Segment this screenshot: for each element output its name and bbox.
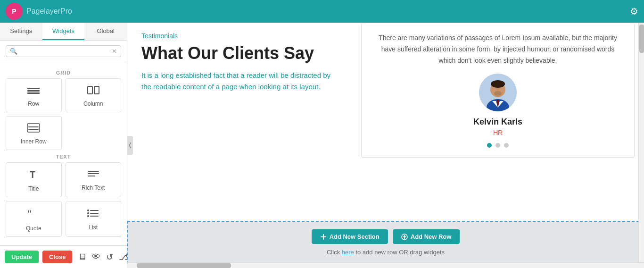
svg-rect-3	[27, 90, 40, 92]
testimonial-dots	[376, 143, 620, 148]
history-icon[interactable]: ↺	[106, 252, 113, 262]
testimonial-body: There are many variations of passages of…	[376, 33, 620, 66]
desktop-icon[interactable]: 🖥	[78, 252, 86, 262]
gear-icon[interactable]: ⚙	[630, 6, 638, 17]
widget-rich-text[interactable]: Rich Text	[66, 162, 122, 197]
canvas-content: Testimonials What Our Clients Say It is …	[127, 23, 644, 262]
testimonials-left: Testimonials What Our Clients Say It is …	[127, 23, 360, 102]
testimonials-subtext: It is a long established fact that a rea…	[141, 70, 339, 92]
list-label: List	[89, 224, 98, 231]
add-buttons-row: Add New Section Add New Row	[312, 229, 460, 244]
inner-row-icon	[27, 123, 40, 135]
widget-row[interactable]: Row	[6, 78, 62, 112]
testimonial-role: HR	[376, 129, 620, 136]
svg-point-28	[494, 91, 502, 96]
svg-point-15	[87, 209, 89, 211]
dot-2[interactable]	[495, 143, 500, 148]
add-new-row-button[interactable]: Add New Row	[393, 229, 460, 244]
sidebar-content: GRID Row Column	[0, 62, 127, 245]
close-button[interactable]: Close	[42, 251, 72, 263]
svg-point-27	[491, 80, 505, 88]
add-hint: Click here to add new row OR drag widget…	[327, 249, 445, 256]
column-label: Column	[83, 100, 103, 107]
here-link[interactable]: here	[342, 249, 354, 256]
testimonials-heading: What Our Clients Say	[141, 43, 346, 63]
testimonial-name: Kelvin Karls	[376, 117, 620, 127]
page-wrapper: Testimonials What Our Clients Say It is …	[127, 23, 644, 221]
column-icon	[87, 85, 100, 98]
tab-settings[interactable]: Settings	[0, 23, 42, 40]
svg-text:T: T	[30, 169, 35, 180]
svg-rect-9	[28, 129, 39, 130]
inner-row-label: Inner Row	[21, 138, 47, 145]
testimonials-right: There are many variations of passages of…	[360, 23, 644, 102]
dot-3[interactable]	[504, 143, 509, 148]
svg-rect-11	[88, 171, 99, 172]
svg-rect-6	[94, 86, 99, 94]
svg-rect-4	[27, 92, 40, 94]
quote-icon: "	[27, 208, 40, 222]
add-new-section-button[interactable]: Add New Section	[312, 229, 388, 244]
header: P PagelayerPro ⚙	[0, 0, 644, 23]
svg-rect-7	[27, 124, 40, 132]
title-icon: T	[28, 169, 39, 183]
avatar	[479, 74, 517, 111]
text-section-label: TEXT	[6, 154, 121, 159]
widget-quote[interactable]: " Quote	[6, 201, 62, 237]
rich-text-label: Rich Text	[82, 184, 105, 191]
bottom-scroll-thumb	[137, 263, 231, 268]
quote-label: Quote	[26, 225, 41, 232]
testimonial-card: There are many variations of passages of…	[361, 23, 635, 158]
tab-widgets[interactable]: Widgets	[42, 23, 85, 40]
add-new-section-area: Add New Section Add New Row Click here t…	[127, 221, 644, 262]
eye-icon[interactable]: 👁	[92, 252, 100, 262]
row-label: Row	[28, 100, 39, 107]
logo-icon: P	[6, 3, 23, 20]
testimonials-label: Testimonials	[141, 32, 346, 40]
bottom-scrollbar[interactable]	[127, 262, 644, 268]
svg-rect-20	[90, 216, 99, 217]
svg-rect-30	[321, 236, 326, 237]
search-box: 🔍 ✕	[6, 45, 121, 57]
svg-rect-16	[90, 210, 99, 211]
widget-inner-row[interactable]: Inner Row	[6, 116, 62, 150]
sidebar: Settings Widgets Global 🔍 ✕ GRID	[0, 23, 127, 268]
svg-rect-2	[27, 88, 40, 89]
dot-1[interactable]	[487, 143, 492, 148]
widget-list[interactable]: List	[66, 201, 122, 237]
widget-column[interactable]: Column	[66, 78, 122, 112]
close-icon[interactable]: ✕	[112, 48, 117, 55]
header-title: PagelayerPro	[26, 7, 72, 16]
canvas: Testimonials What Our Clients Say It is …	[127, 23, 644, 268]
svg-rect-18	[90, 213, 99, 214]
list-icon	[87, 208, 100, 221]
svg-rect-8	[28, 126, 39, 127]
search-icon: 🔍	[10, 48, 17, 55]
rich-text-icon	[87, 169, 100, 182]
row-icon	[27, 85, 40, 98]
sidebar-search: 🔍 ✕	[0, 41, 127, 62]
text-widget-grid: T Title Rich Text " Quote	[6, 162, 121, 237]
widget-title[interactable]: T Title	[6, 162, 62, 197]
collapse-handle[interactable]	[127, 136, 133, 155]
grid-section-label: GRID	[6, 70, 121, 75]
grid-widget-grid: Row Column Inner Row	[6, 78, 121, 150]
sidebar-tabs: Settings Widgets Global	[0, 23, 127, 41]
bottom-bar: Update Close 🖥 👁 ↺ ⎇	[0, 245, 127, 268]
logo: P PagelayerPro	[6, 3, 72, 20]
title-label: Title	[28, 185, 39, 192]
svg-rect-5	[88, 86, 92, 94]
update-button[interactable]: Update	[5, 251, 39, 263]
svg-text:P: P	[12, 8, 16, 15]
svg-point-19	[87, 215, 89, 217]
svg-rect-33	[403, 236, 406, 237]
svg-rect-12	[88, 173, 99, 174]
right-scrollbar[interactable]	[638, 23, 644, 262]
search-input[interactable]	[17, 48, 112, 55]
svg-point-17	[87, 212, 89, 214]
svg-rect-13	[88, 176, 95, 176]
tab-global[interactable]: Global	[84, 23, 127, 40]
page-inner: Testimonials What Our Clients Say It is …	[127, 23, 644, 102]
svg-text:": "	[28, 208, 32, 219]
